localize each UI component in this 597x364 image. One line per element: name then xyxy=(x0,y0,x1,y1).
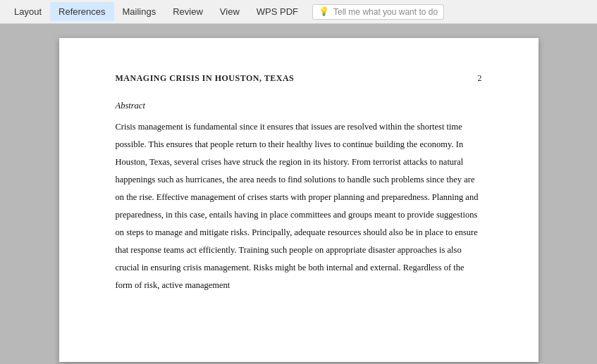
menu-item-layout[interactable]: Layout xyxy=(6,2,50,21)
document-body: Crisis management is fundamental since i… xyxy=(116,118,482,294)
menu-item-mailings[interactable]: Mailings xyxy=(114,2,165,21)
menu-item-wps-pdf[interactable]: WPS PDF xyxy=(248,2,307,21)
page-header: MANAGING CRISIS IN HOUSTON, TEXAS 2 xyxy=(116,73,482,84)
document-area: MANAGING CRISIS IN HOUSTON, TEXAS 2 Abst… xyxy=(0,24,597,364)
page-number: 2 xyxy=(478,73,482,84)
menu-item-view[interactable]: View xyxy=(211,2,248,21)
menu-item-review[interactable]: Review xyxy=(164,2,211,21)
abstract-heading: Abstract xyxy=(116,101,482,111)
search-box[interactable]: 💡 Tell me what you want to do xyxy=(312,4,444,20)
search-placeholder: Tell me what you want to do xyxy=(333,7,438,17)
menubar: Layout References Mailings Review View W… xyxy=(0,0,597,24)
document-page: MANAGING CRISIS IN HOUSTON, TEXAS 2 Abst… xyxy=(59,38,538,362)
body-paragraph-1: Crisis management is fundamental since i… xyxy=(116,118,482,294)
search-icon: 💡 xyxy=(319,6,329,17)
document-title: MANAGING CRISIS IN HOUSTON, TEXAS xyxy=(116,73,295,84)
menu-item-references[interactable]: References xyxy=(50,2,113,21)
